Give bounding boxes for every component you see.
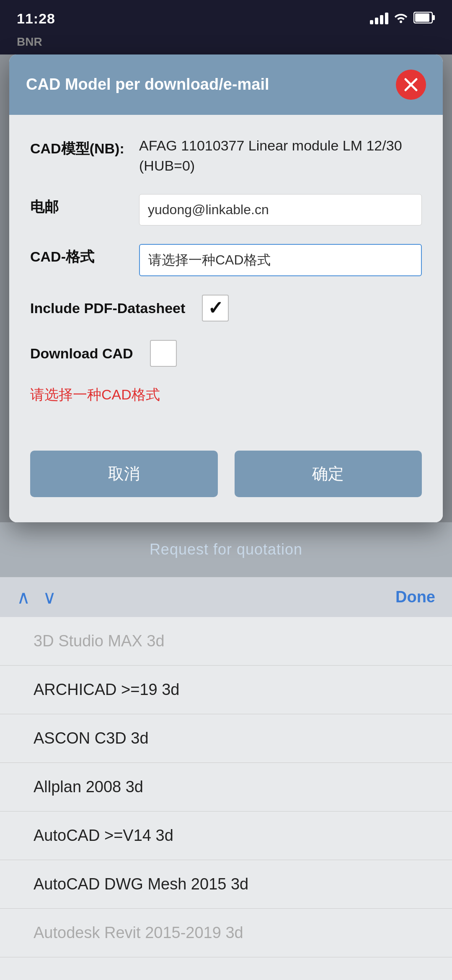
cad-format-row: CAD-格式	[30, 244, 422, 276]
request-quotation-text: Request for quotation	[150, 541, 302, 558]
nav-up-arrow-icon[interactable]: ∧	[17, 586, 30, 608]
keyboard-done-button[interactable]: Done	[395, 588, 435, 606]
cad-model-value: AFAG 11010377 Linear module LM 12/30 (HU…	[139, 136, 422, 176]
modal-footer: 取消 确定	[9, 451, 443, 522]
list-item[interactable]: 3D Studio MAX 3d	[0, 617, 452, 666]
list-item[interactable]: Allplan 2008 3d	[0, 763, 452, 811]
cancel-button[interactable]: 取消	[30, 451, 218, 497]
bnr-label: BNR	[17, 35, 42, 48]
email-input[interactable]	[139, 194, 422, 226]
include-pdf-checkbox[interactable]: ✓	[202, 295, 229, 321]
cad-model-row: CAD模型(NB): AFAG 11010377 Linear module L…	[30, 136, 422, 176]
modal-body: CAD模型(NB): AFAG 11010377 Linear module L…	[9, 115, 443, 451]
email-row: 电邮	[30, 194, 422, 226]
confirm-button[interactable]: 确定	[235, 451, 422, 497]
validation-message: 请选择一种CAD格式	[30, 385, 422, 404]
close-button[interactable]	[396, 70, 426, 100]
cad-format-label: CAD-格式	[30, 244, 127, 267]
modal-container: CAD Model per download/e-mail CAD模型(NB):…	[9, 54, 443, 522]
list-item[interactable]: AutoCAD >=V14 3d	[0, 811, 452, 860]
nav-down-arrow-icon[interactable]: ∨	[43, 586, 56, 608]
checkmark-icon: ✓	[208, 299, 223, 317]
below-modal-area: Request for quotation	[0, 522, 452, 577]
toolbar-nav: ∧ ∨	[17, 586, 56, 608]
modal-title: CAD Model per download/e-mail	[26, 75, 387, 94]
cad-model-label: CAD模型(NB):	[30, 136, 127, 158]
include-pdf-row: Include PDF-Datasheet ✓	[30, 295, 422, 321]
bnr-bar: BNR	[0, 34, 452, 54]
status-time: 11:28	[17, 10, 55, 27]
include-pdf-label: Include PDF-Datasheet	[30, 299, 185, 317]
download-cad-label: Download CAD	[30, 344, 133, 363]
wifi-icon	[393, 11, 408, 26]
status-icons	[370, 11, 435, 26]
battery-icon	[413, 12, 435, 25]
modal-overlay: CAD Model per download/e-mail CAD模型(NB):…	[0, 54, 452, 522]
modal-header: CAD Model per download/e-mail	[9, 54, 443, 115]
list-item[interactable]: ASCON C3D 3d	[0, 714, 452, 763]
svg-rect-1	[432, 15, 435, 20]
svg-rect-2	[415, 13, 429, 22]
download-cad-row: Download CAD	[30, 340, 422, 367]
keyboard-toolbar: ∧ ∨ Done	[0, 577, 452, 617]
cad-format-list: 3D Studio MAX 3d ARCHICAD >=19 3d ASCON …	[0, 617, 452, 957]
list-item[interactable]: Autodesk Revit 2015-2019 3d	[0, 909, 452, 957]
download-cad-checkbox[interactable]	[150, 340, 177, 367]
list-item[interactable]: AutoCAD DWG Mesh 2015 3d	[0, 860, 452, 909]
cad-format-input[interactable]	[139, 244, 422, 276]
status-bar: 11:28	[0, 0, 452, 34]
signal-bars-icon	[370, 13, 388, 24]
list-item[interactable]: ARCHICAD >=19 3d	[0, 666, 452, 714]
email-label: 电邮	[30, 194, 127, 217]
